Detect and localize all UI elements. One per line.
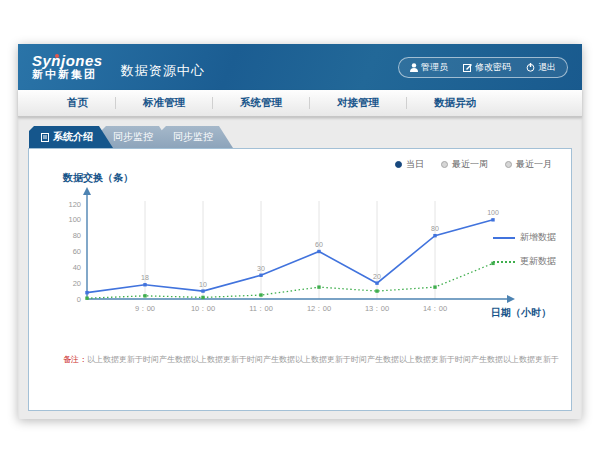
svg-text:10：00: 10：00	[191, 304, 215, 313]
app-header: Synjones 新中新集团 数据资源中心 管理员 修改密码 退出	[18, 44, 582, 90]
legend-new-data-label: 新增数据	[520, 231, 556, 244]
svg-text:60: 60	[315, 241, 323, 248]
logout-label: 退出	[538, 61, 556, 74]
filter-today-label: 当日	[406, 158, 424, 171]
tab-sync-monitor-1[interactable]: 同步监控	[101, 126, 173, 148]
chart-legend: 新增数据 更新数据	[493, 231, 556, 268]
svg-text:40: 40	[73, 263, 81, 272]
svg-text:20: 20	[373, 273, 381, 280]
edit-icon	[463, 63, 472, 72]
legend-update-data-label: 更新数据	[520, 255, 556, 268]
filter-last-week-label: 最近一周	[452, 158, 488, 171]
nav-item-home[interactable]: 首页	[40, 96, 115, 110]
tab-sync-monitor-2[interactable]: 同步监控	[161, 126, 233, 148]
svg-text:10: 10	[199, 281, 207, 288]
dotted-line-swatch-icon	[493, 261, 515, 263]
svg-text:18: 18	[141, 274, 149, 281]
svg-text:13：00: 13：00	[365, 304, 389, 313]
svg-text:100: 100	[68, 215, 81, 224]
filter-last-month[interactable]: 最近一月	[505, 158, 552, 171]
x-axis-title: 日期（小时）	[491, 306, 551, 320]
nav-item-standard-mgmt[interactable]: 标准管理	[116, 96, 212, 110]
nav-item-system-mgmt[interactable]: 系统管理	[213, 96, 309, 110]
svg-text:30: 30	[257, 265, 265, 272]
svg-text:9：00: 9：00	[135, 304, 155, 313]
svg-text:11：00: 11：00	[249, 304, 273, 313]
svg-text:100: 100	[487, 209, 499, 216]
legend-item-new-data: 新增数据	[493, 231, 556, 244]
radio-selected-icon	[395, 161, 402, 168]
change-password-button[interactable]: 修改密码	[463, 61, 511, 74]
user-icon	[410, 63, 418, 72]
svg-text:80: 80	[431, 225, 439, 232]
logo-text-cn: 新中新集团	[32, 69, 103, 81]
time-range-filter: 当日 最近一周 最近一月	[395, 158, 552, 171]
svg-text:20: 20	[73, 279, 81, 288]
change-password-label: 修改密码	[475, 61, 511, 74]
svg-text:0: 0	[77, 295, 81, 304]
radio-unselected-icon	[505, 161, 512, 168]
svg-text:120: 120	[68, 200, 81, 209]
filter-last-month-label: 最近一月	[516, 158, 552, 171]
user-actions-group: 管理员 修改密码 退出	[398, 57, 568, 78]
logout-button[interactable]: 退出	[526, 61, 556, 74]
filter-today[interactable]: 当日	[395, 158, 424, 171]
solid-line-swatch-icon	[493, 237, 515, 239]
filter-last-week[interactable]: 最近一周	[441, 158, 488, 171]
logout-icon	[526, 63, 535, 72]
svg-text:80: 80	[73, 231, 81, 240]
note-prefix: 备注：	[63, 355, 87, 364]
admin-user-button[interactable]: 管理员	[410, 61, 448, 74]
app-window: Synjones 新中新集团 数据资源中心 管理员 修改密码 退出 首页 标准管…	[18, 44, 582, 419]
tab-bar: 系统介绍 同步监控 同步监控	[28, 126, 572, 148]
tab-sync-monitor-2-label: 同步监控	[173, 126, 213, 148]
page-title: 数据资源中心	[121, 62, 205, 80]
svg-text:60: 60	[73, 247, 81, 256]
main-navbar: 首页 标准管理 系统管理 对接管理 数据异动	[18, 90, 582, 117]
company-logo: Synjones 新中新集团	[32, 53, 103, 80]
tab-system-intro[interactable]: 系统介绍	[29, 126, 113, 148]
document-icon	[41, 133, 49, 142]
legend-item-update-data: 更新数据	[493, 255, 556, 268]
nav-item-data-change[interactable]: 数据异动	[407, 96, 503, 110]
footer-note: 备注：以上数据更新于时间产生数据以上数据更新于时间产生数据以上数据更新于时间产生…	[63, 354, 559, 365]
chart-panel: 当日 最近一周 最近一月 数据交换（条） 9：0010：0011：0012：00…	[28, 148, 572, 411]
svg-text:14：00: 14：00	[423, 304, 447, 313]
tab-sync-monitor-1-label: 同步监控	[113, 126, 153, 148]
logo-text-en: Synjones	[32, 53, 103, 69]
admin-user-label: 管理员	[421, 61, 448, 74]
svg-text:12：00: 12：00	[307, 304, 331, 313]
line-chart: 9：0010：0011：0012：0013：0014：0002040608010…	[59, 187, 519, 319]
note-text: 以上数据更新于时间产生数据以上数据更新于时间产生数据以上数据更新于时间产生数据以…	[87, 355, 559, 364]
y-axis-title: 数据交换（条）	[63, 171, 133, 185]
radio-unselected-icon	[441, 161, 448, 168]
content-area: 系统介绍 同步监控 同步监控 当日 最近一周	[18, 117, 582, 419]
tab-system-intro-label: 系统介绍	[53, 126, 93, 148]
nav-item-interface-mgmt[interactable]: 对接管理	[310, 96, 406, 110]
